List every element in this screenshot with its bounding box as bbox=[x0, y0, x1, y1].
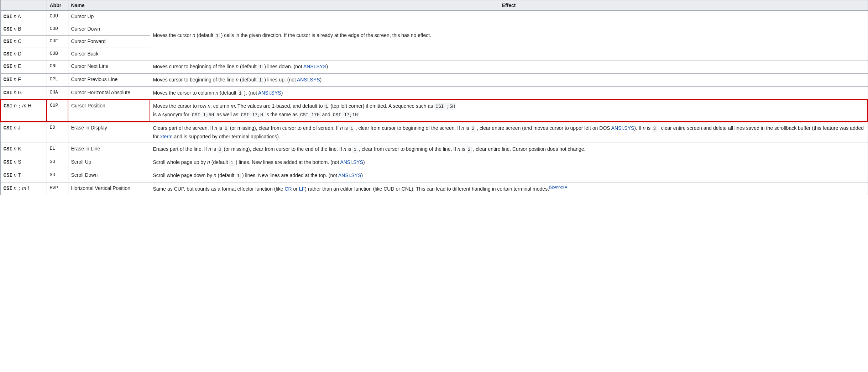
effect-cell: Scroll whole page up by n (default 1 ) l… bbox=[150, 156, 868, 169]
table-row: CSI n F CPL Cursor Previous Line Moves c… bbox=[0, 73, 868, 86]
effect-cell: Erases part of the line. If n is 0 (or m… bbox=[150, 143, 868, 156]
effect-cell: Moves cursor to beginning of the line n … bbox=[150, 73, 868, 86]
abbr-cell: SU bbox=[47, 156, 68, 169]
seq-cell: CSI n ; m f bbox=[0, 182, 47, 195]
name-cell: Scroll Up bbox=[68, 156, 150, 169]
lf-link[interactable]: LF bbox=[299, 186, 305, 191]
table-row: CSI n J ED Erase in Display Clears part … bbox=[0, 122, 868, 143]
abbr-cell: HVP bbox=[47, 182, 68, 195]
name-cell: Cursor Position bbox=[68, 100, 150, 122]
abbr-cell: CHA bbox=[47, 86, 68, 100]
name-cell: Erase in Display bbox=[68, 122, 150, 143]
abbr-cell: CUF bbox=[47, 36, 68, 48]
table-row: CSI n K EL Erase in Line Erases part of … bbox=[0, 143, 868, 156]
cr-link[interactable]: CR bbox=[284, 186, 292, 191]
seq-cell: CSI n C bbox=[0, 36, 47, 48]
header-seq bbox=[0, 0, 47, 11]
name-cell: Cursor Up bbox=[68, 11, 150, 23]
name-cell: Horizontal Vertical Position bbox=[68, 182, 150, 195]
abbr-cell: SD bbox=[47, 169, 68, 182]
header-abbr: Abbr bbox=[47, 0, 68, 11]
effect-cell: Clears part of the screen. If n is 0 (or… bbox=[150, 122, 868, 143]
table-row: CSI n ; m f HVP Horizontal Vertical Posi… bbox=[0, 182, 868, 195]
name-cell: Cursor Previous Line bbox=[68, 73, 150, 86]
table-row: CSI n A CUU Cursor Up Moves the cursor n… bbox=[0, 11, 868, 23]
abbr-cell: EL bbox=[47, 143, 68, 156]
abbr-cell: ED bbox=[47, 122, 68, 143]
seq-cell: CSI n ; m H bbox=[0, 100, 47, 122]
table-row: CSI n S SU Scroll Up Scroll whole page u… bbox=[0, 156, 868, 169]
abbr-cell: CUD bbox=[47, 23, 68, 36]
name-cell: Cursor Back bbox=[68, 48, 150, 60]
ansi-sys-link[interactable]: ANSI.SYS bbox=[340, 159, 363, 165]
seq-cell: CSI n S bbox=[0, 156, 47, 169]
seq-cell: CSI n B bbox=[0, 23, 47, 36]
name-cell: Scroll Down bbox=[68, 169, 150, 182]
xterm-link[interactable]: xterm bbox=[160, 134, 173, 139]
ansi-sys-link[interactable]: ANSI.SYS bbox=[611, 125, 634, 131]
seq-cell: CSI n J bbox=[0, 122, 47, 143]
table-row-cup: CSI n ; m H CUP Cursor Position Moves th… bbox=[0, 100, 868, 122]
name-cell: Cursor Horizontal Absolute bbox=[68, 86, 150, 100]
ansi-sys-link[interactable]: ANSI.SYS bbox=[297, 77, 320, 83]
table-row: CSI n E CNL Cursor Next Line Moves curso… bbox=[0, 60, 868, 74]
seq-cell: CSI n K bbox=[0, 143, 47, 156]
table-row: CSI n T SD Scroll Down Scroll whole page… bbox=[0, 169, 868, 182]
name-cell: Cursor Next Line bbox=[68, 60, 150, 74]
seq-cell: CSI n A bbox=[0, 11, 47, 23]
name-cell: Erase in Line bbox=[68, 143, 150, 156]
seq-cell: CSI n E bbox=[0, 60, 47, 74]
abbr-cell: CUB bbox=[47, 48, 68, 60]
ansi-sys-link[interactable]: ANSI.SYS bbox=[303, 64, 326, 69]
abbr-cell: CUP bbox=[47, 100, 68, 122]
table-header-row: Abbr Name Effect bbox=[0, 0, 868, 11]
effect-cell: Moves the cursor n (default 1 ) cells in… bbox=[150, 11, 868, 60]
effect-cell: Same as CUP, but counts as a format effe… bbox=[150, 182, 868, 195]
seq-cell: CSI n T bbox=[0, 169, 47, 182]
seq-cell: CSI n G bbox=[0, 86, 47, 100]
effect-cell: Moves cursor to beginning of the line n … bbox=[150, 60, 868, 74]
abbr-cell: CUU bbox=[47, 11, 68, 23]
seq-cell: CSI n F bbox=[0, 73, 47, 86]
name-cell: Cursor Forward bbox=[68, 36, 150, 48]
table-row: CSI n G CHA Cursor Horizontal Absolute M… bbox=[0, 86, 868, 100]
effect-cell: Moves the cursor to row n, column m. The… bbox=[150, 100, 868, 122]
ansi-sys-link[interactable]: ANSI.SYS bbox=[338, 172, 361, 178]
header-name: Name bbox=[68, 0, 150, 11]
seq-cell: CSI n D bbox=[0, 48, 47, 60]
abbr-cell: CPL bbox=[47, 73, 68, 86]
ansi-sys-link[interactable]: ANSI.SYS bbox=[258, 90, 281, 96]
name-cell: Cursor Down bbox=[68, 23, 150, 36]
header-effect: Effect bbox=[150, 0, 868, 11]
effect-cell: Scroll whole page down by n (default 1 )… bbox=[150, 169, 868, 182]
effect-cell: Moves the cursor to column n (default 1 … bbox=[150, 86, 868, 100]
abbr-cell: CNL bbox=[47, 60, 68, 74]
ansi-escape-table: Abbr Name Effect CSI n A CUU Cursor Up M… bbox=[0, 0, 868, 195]
